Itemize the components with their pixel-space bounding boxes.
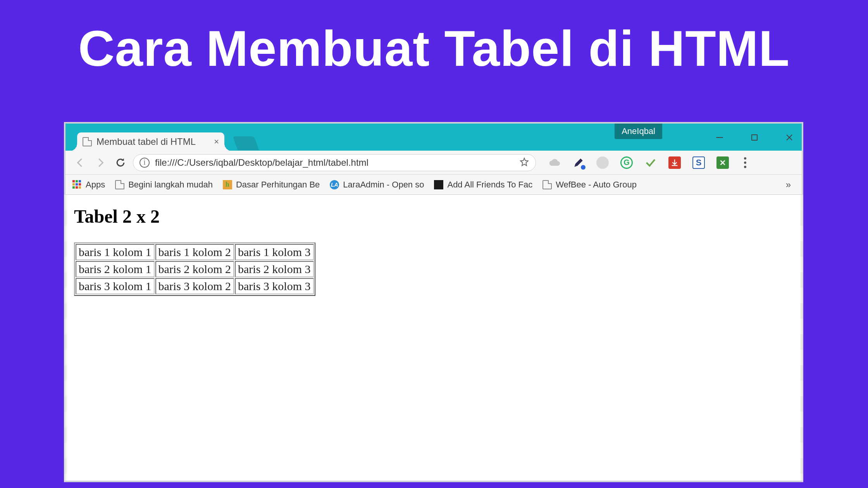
bookmarks-bar: Apps Begini langkah mudah h Dasar Perhit… [65, 175, 802, 195]
close-window-button[interactable] [782, 131, 796, 144]
tab-active[interactable]: Membuat tabel di HTML × [77, 132, 224, 151]
titlebar: AneIqbal Membuat tabel di HTML × [65, 124, 802, 151]
table-cell: baris 3 kolom 2 [155, 278, 234, 294]
similarweb-icon[interactable]: S [692, 156, 705, 169]
browser-window: AneIqbal Membuat tabel di HTML × [64, 122, 803, 482]
table-cell: baris 3 kolom 1 [76, 278, 155, 294]
new-tab-button[interactable] [232, 136, 259, 150]
toolbar: i file:///C:/Users/iqbal/Desktop/belajar… [65, 151, 802, 175]
svg-rect-1 [752, 135, 757, 140]
page-heading: Tabel 2 x 2 [74, 206, 793, 227]
table-row: baris 2 kolom 1 baris 2 kolom 2 baris 2 … [76, 261, 314, 277]
page-viewport: Tabel 2 x 2 baris 1 kolom 1 baris 1 kolo… [65, 195, 802, 481]
extension-circle-icon[interactable] [596, 156, 609, 169]
site-icon: h [223, 180, 232, 189]
forward-button[interactable] [93, 155, 108, 170]
table-cell: baris 2 kolom 2 [155, 261, 234, 277]
table-cell: baris 2 kolom 3 [235, 261, 314, 277]
checkmark-icon[interactable] [644, 156, 657, 169]
background-sliver [64, 195, 67, 481]
bookmark-item[interactable]: Add All Friends To Fac [434, 180, 532, 190]
table-cell: baris 3 kolom 3 [235, 278, 314, 294]
site-icon [434, 180, 443, 189]
table-cell: baris 1 kolom 2 [155, 244, 234, 260]
apps-label: Apps [86, 180, 105, 190]
table-cell: baris 1 kolom 1 [76, 244, 155, 260]
grammarly-icon[interactable]: G [620, 156, 633, 169]
table-row: baris 3 kolom 1 baris 3 kolom 2 baris 3 … [76, 278, 314, 294]
file-icon [83, 137, 92, 146]
table-cell: baris 1 kolom 3 [235, 244, 314, 260]
close-tab-button[interactable]: × [214, 137, 219, 147]
site-icon: LA [330, 180, 339, 189]
download-icon[interactable] [668, 156, 681, 169]
table-row: baris 1 kolom 1 baris 1 kolom 2 baris 1 … [76, 244, 314, 260]
bookmark-label: WefBee - Auto Group [556, 180, 637, 190]
apps-icon [72, 180, 82, 189]
bookmark-label: Begini langkah mudah [128, 180, 213, 190]
file-icon [115, 180, 124, 189]
excel-icon[interactable] [716, 156, 729, 169]
profile-badge[interactable]: AneIqbal [615, 124, 662, 139]
bookmark-item[interactable]: LA LaraAdmin - Open so [330, 180, 424, 190]
back-button[interactable] [72, 155, 88, 170]
address-bar[interactable]: i file:///C:/Users/iqbal/Desktop/belajar… [133, 154, 536, 171]
reload-button[interactable] [113, 155, 128, 170]
apps-button[interactable]: Apps [72, 180, 105, 190]
maximize-button[interactable] [747, 131, 761, 144]
file-icon [542, 180, 552, 189]
bookmarks-overflow-button[interactable]: » [786, 179, 795, 190]
table-cell: baris 2 kolom 1 [76, 261, 155, 277]
bookmark-star-icon[interactable] [519, 157, 529, 168]
bookmark-label: Add All Friends To Fac [447, 180, 532, 190]
site-info-icon[interactable]: i [140, 158, 150, 168]
minimize-button[interactable] [713, 131, 726, 144]
window-controls [713, 131, 796, 144]
extension-icons: G S [548, 156, 729, 169]
tab-title: Membuat tabel di HTML [96, 136, 196, 147]
menu-button[interactable] [739, 157, 751, 168]
url-text: file:///C:/Users/iqbal/Desktop/belajar_h… [155, 157, 514, 168]
background-sliver [800, 195, 803, 481]
cloud-icon[interactable] [548, 156, 561, 169]
bookmark-item[interactable]: h Dasar Perhitungan Be [223, 180, 320, 190]
tab-strip: Membuat tabel di HTML × [77, 132, 257, 151]
bookmark-label: Dasar Perhitungan Be [236, 180, 320, 190]
banner-title: Cara Membuat Tabel di HTML [0, 0, 868, 89]
bookmark-item[interactable]: WefBee - Auto Group [542, 180, 637, 190]
bookmark-label: LaraAdmin - Open so [343, 180, 424, 190]
bookmark-item[interactable]: Begini langkah mudah [115, 180, 213, 190]
demo-table: baris 1 kolom 1 baris 1 kolom 2 baris 1 … [74, 242, 315, 296]
eyedropper-icon[interactable] [572, 156, 585, 169]
